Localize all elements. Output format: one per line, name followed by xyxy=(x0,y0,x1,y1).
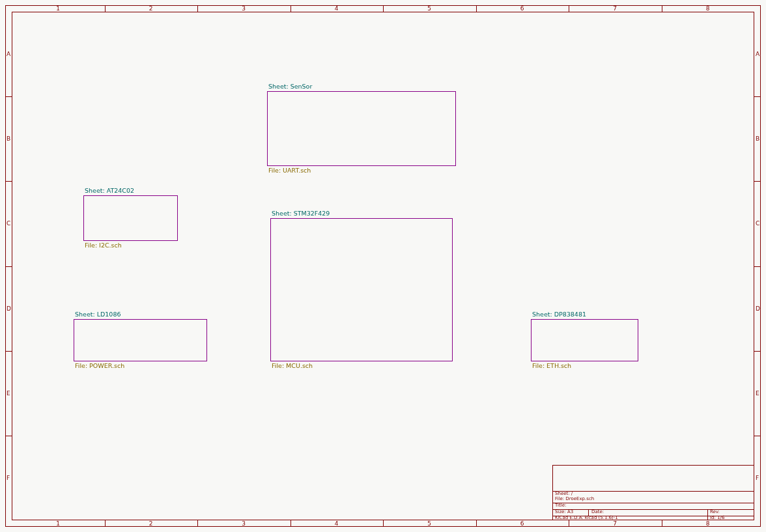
ruler-top-number: 4 xyxy=(335,6,339,12)
sheet-rectangle xyxy=(83,195,178,241)
sheet-name-label: Sheet: AT24C02 xyxy=(85,188,134,194)
title-block-line xyxy=(707,509,708,520)
sheet-name-label: Sheet: DP838481 xyxy=(532,311,586,318)
sheet-file-label: File: POWER.sch xyxy=(75,363,124,369)
ruler-top-number: 3 xyxy=(242,6,246,12)
ruler-tick xyxy=(105,5,106,12)
ruler-left-letter: D xyxy=(7,306,11,312)
sheet-rectangle xyxy=(267,91,456,166)
ruler-bottom-number: 4 xyxy=(335,521,339,527)
ruler-tick xyxy=(662,5,662,12)
hierarchical-sheet[interactable]: Sheet: DP838481File: ETH.sch xyxy=(531,311,638,369)
ruler-left-letter: B xyxy=(7,136,10,142)
sheet-file-label: File: ETH.sch xyxy=(532,363,571,369)
hierarchical-sheet[interactable]: Sheet: STM32F429File: MCU.sch xyxy=(270,210,453,369)
ruler-tick xyxy=(662,520,662,527)
tb-rev: Rev: xyxy=(710,510,720,514)
tb-title: Title: xyxy=(555,503,566,508)
ruler-tick xyxy=(5,181,12,182)
tb-file: File: DroeExp.sch xyxy=(555,497,594,501)
title-block-line xyxy=(552,509,754,510)
ruler-tick xyxy=(476,520,477,527)
ruler-top-number: 8 xyxy=(706,6,710,12)
schematic-canvas: 1122334455667788AABBCCDDEEFFSheet: SenSo… xyxy=(0,0,766,532)
sheet-file-label: File: MCU.sch xyxy=(272,363,313,369)
ruler-bottom-number: 1 xyxy=(56,521,60,527)
ruler-top-number: 6 xyxy=(520,6,524,12)
ruler-top-number: 2 xyxy=(149,6,153,12)
ruler-top-number: 5 xyxy=(427,6,431,12)
ruler-right-letter: A xyxy=(756,51,759,57)
ruler-bottom-number: 5 xyxy=(427,521,431,527)
sheet-rectangle xyxy=(270,218,453,361)
ruler-left-letter: F xyxy=(7,475,10,481)
tb-id: Id: 1/6 xyxy=(710,516,724,520)
ruler-tick xyxy=(105,520,106,527)
ruler-tick xyxy=(5,266,12,267)
ruler-tick xyxy=(383,5,384,12)
title-block-line xyxy=(552,491,754,492)
ruler-bottom-number: 8 xyxy=(706,521,710,527)
ruler-tick xyxy=(476,5,477,12)
ruler-right-letter: D xyxy=(756,306,760,312)
ruler-tick xyxy=(5,96,12,97)
sheet-rectangle xyxy=(74,319,207,361)
ruler-tick xyxy=(5,436,12,436)
title-block-line xyxy=(552,465,553,520)
ruler-bottom-number: 6 xyxy=(520,521,524,527)
ruler-left-letter: E xyxy=(7,391,10,397)
sheet-file-label: File: UART.sch xyxy=(268,167,311,174)
ruler-tick xyxy=(5,351,12,352)
ruler-right-letter: B xyxy=(756,136,759,142)
ruler-bottom-number: 3 xyxy=(242,521,246,527)
ruler-tick xyxy=(291,5,291,12)
sheet-name-label: Sheet: SenSor xyxy=(268,83,312,90)
ruler-tick xyxy=(754,96,761,97)
ruler-tick xyxy=(569,520,569,527)
ruler-tick xyxy=(754,351,761,352)
ruler-tick xyxy=(383,520,384,527)
hierarchical-sheet[interactable]: Sheet: AT24C02File: I2C.sch xyxy=(83,188,178,249)
ruler-bottom-number: 2 xyxy=(149,521,153,527)
ruler-tick xyxy=(291,520,291,527)
ruler-bottom-number: 7 xyxy=(613,521,617,527)
ruler-top-number: 7 xyxy=(613,6,617,12)
sheet-name-label: Sheet: STM32F429 xyxy=(272,210,330,217)
hierarchical-sheet[interactable]: Sheet: LD1086File: POWER.sch xyxy=(74,311,207,369)
ruler-tick xyxy=(754,436,761,436)
ruler-right-letter: E xyxy=(756,391,759,397)
sheet-rectangle xyxy=(531,319,638,361)
ruler-tick xyxy=(197,5,198,12)
ruler-left-letter: A xyxy=(7,51,10,57)
sheet-file-label: File: I2C.sch xyxy=(85,242,122,249)
title-block-line xyxy=(552,465,754,466)
sheet-name-label: Sheet: LD1086 xyxy=(75,311,121,318)
title-block: Sheet: /File: DroeExp.schTitle: Size: A3… xyxy=(552,465,754,520)
ruler-tick xyxy=(754,181,761,182)
ruler-tick xyxy=(197,520,198,527)
tb-generator: KiCad E.D.A. kicad (5.1.6)-1 xyxy=(555,516,618,520)
tb-sheet: Sheet: / xyxy=(555,492,573,496)
title-block-line xyxy=(552,503,754,503)
ruler-tick xyxy=(754,266,761,267)
tb-size: Size: A3 xyxy=(555,510,573,514)
ruler-left-letter: C xyxy=(7,221,10,227)
ruler-right-letter: F xyxy=(756,475,759,481)
hierarchical-sheet[interactable]: Sheet: SenSorFile: UART.sch xyxy=(267,83,456,174)
tb-date: Date: xyxy=(591,510,604,514)
ruler-tick xyxy=(569,5,569,12)
ruler-top-number: 1 xyxy=(56,6,60,12)
ruler-right-letter: C xyxy=(756,221,759,227)
